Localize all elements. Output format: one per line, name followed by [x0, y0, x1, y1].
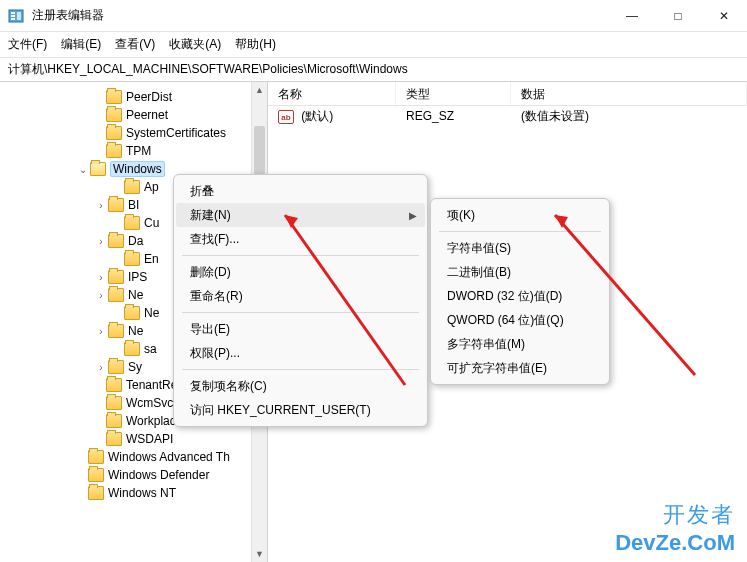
tree-item-label: WcmSvc — [126, 396, 173, 410]
cm-new-binary[interactable]: 二进制值(B) — [433, 260, 607, 284]
cm-new-qword[interactable]: QWORD (64 位)值(Q) — [433, 308, 607, 332]
maximize-button[interactable]: □ — [655, 0, 701, 32]
value-type: REG_SZ — [396, 109, 511, 123]
menu-help[interactable]: 帮助(H) — [235, 36, 276, 53]
col-header-type[interactable]: 类型 — [396, 82, 511, 105]
tree-item-label: TPM — [126, 144, 151, 158]
minimize-button[interactable]: — — [609, 0, 655, 32]
tree-item[interactable]: TPM — [0, 142, 267, 160]
svg-rect-3 — [11, 18, 15, 20]
tree-item-label: PeerDist — [126, 90, 172, 104]
cm-collapse[interactable]: 折叠 — [176, 179, 425, 203]
separator — [439, 231, 601, 232]
tree-item[interactable]: SystemCertificates — [0, 124, 267, 142]
titlebar: 注册表编辑器 — □ ✕ — [0, 0, 747, 32]
separator — [182, 369, 419, 370]
tree-item-label: IPS — [128, 270, 147, 284]
cm-permissions[interactable]: 权限(P)... — [176, 341, 425, 365]
menubar: 文件(F) 编辑(E) 查看(V) 收藏夹(A) 帮助(H) — [0, 32, 747, 58]
menu-view[interactable]: 查看(V) — [115, 36, 155, 53]
folder-icon — [108, 360, 124, 374]
folder-icon — [106, 108, 122, 122]
expand-icon[interactable]: › — [94, 290, 108, 301]
cm-rename[interactable]: 重命名(R) — [176, 284, 425, 308]
expand-icon[interactable]: › — [94, 200, 108, 211]
tree-item-label: WSDAPI — [126, 432, 173, 446]
cm-new-dword[interactable]: DWORD (32 位)值(D) — [433, 284, 607, 308]
address-bar[interactable]: 计算机\HKEY_LOCAL_MACHINE\SOFTWARE\Policies… — [0, 58, 747, 82]
values-header: 名称 类型 数据 — [268, 82, 747, 106]
folder-icon — [124, 306, 140, 320]
col-header-name[interactable]: 名称 — [268, 82, 396, 105]
string-value-icon: ab — [278, 110, 294, 124]
expand-icon[interactable]: › — [94, 362, 108, 373]
menu-edit[interactable]: 编辑(E) — [61, 36, 101, 53]
tree-item[interactable]: PeerDist — [0, 88, 267, 106]
cm-new-label: 新建(N) — [190, 207, 231, 224]
svg-rect-1 — [11, 12, 15, 14]
cm-new-multi-string[interactable]: 多字符串值(M) — [433, 332, 607, 356]
expand-icon[interactable]: › — [94, 236, 108, 247]
context-menu-new: 项(K) 字符串值(S) 二进制值(B) DWORD (32 位)值(D) QW… — [430, 198, 610, 385]
folder-icon — [88, 486, 104, 500]
svg-rect-4 — [17, 12, 21, 20]
tree-item-label: Ne — [128, 324, 143, 338]
cm-goto-hkcu[interactable]: 访问 HKEY_CURRENT_USER(T) — [176, 398, 425, 422]
tree-item-label: Sy — [128, 360, 142, 374]
cm-delete[interactable]: 删除(D) — [176, 260, 425, 284]
value-row[interactable]: ab (默认) REG_SZ (数值未设置) — [268, 106, 747, 126]
tree-item-label: Ap — [144, 180, 159, 194]
tree-item-label: Ne — [128, 288, 143, 302]
folder-icon — [124, 216, 140, 230]
cm-new-string[interactable]: 字符串值(S) — [433, 236, 607, 260]
cm-new[interactable]: 新建(N) ▶ — [176, 203, 425, 227]
tree-item[interactable]: Windows Defender — [0, 466, 267, 484]
folder-icon — [108, 270, 124, 284]
tree-item-label: Cu — [144, 216, 159, 230]
regedit-icon — [8, 8, 24, 24]
tree-item-label: Windows Advanced Th — [108, 450, 230, 464]
tree-item[interactable]: Windows NT — [0, 484, 267, 502]
context-menu-key: 折叠 新建(N) ▶ 查找(F)... 删除(D) 重命名(R) 导出(E) 权… — [173, 174, 428, 427]
tree-item-label: Peernet — [126, 108, 168, 122]
scroll-down-icon[interactable]: ▼ — [252, 546, 267, 562]
cm-new-expand-string[interactable]: 可扩充字符串值(E) — [433, 356, 607, 380]
cm-export[interactable]: 导出(E) — [176, 317, 425, 341]
separator — [182, 255, 419, 256]
cm-new-key[interactable]: 项(K) — [433, 203, 607, 227]
value-data: (数值未设置) — [511, 108, 747, 125]
tree-item-label: Windows Defender — [108, 468, 209, 482]
cm-find[interactable]: 查找(F)... — [176, 227, 425, 251]
tree-item[interactable]: Windows Advanced Th — [0, 448, 267, 466]
value-name: (默认) — [301, 109, 333, 123]
menu-file[interactable]: 文件(F) — [8, 36, 47, 53]
expand-icon[interactable]: › — [94, 272, 108, 283]
tree-item-label: Ne — [144, 306, 159, 320]
expand-icon[interactable]: › — [94, 326, 108, 337]
cm-copy-key-name[interactable]: 复制项名称(C) — [176, 374, 425, 398]
separator — [182, 312, 419, 313]
scroll-up-icon[interactable]: ▲ — [252, 82, 267, 98]
tree-item-label: En — [144, 252, 159, 266]
folder-open-icon — [90, 162, 106, 176]
collapse-icon[interactable]: ⌄ — [76, 164, 90, 175]
folder-icon — [108, 288, 124, 302]
col-header-data[interactable]: 数据 — [511, 82, 747, 105]
close-button[interactable]: ✕ — [701, 0, 747, 32]
folder-icon — [106, 90, 122, 104]
folder-icon — [106, 432, 122, 446]
folder-icon — [108, 234, 124, 248]
window-title: 注册表编辑器 — [32, 7, 609, 24]
svg-rect-2 — [11, 15, 15, 17]
folder-icon — [124, 252, 140, 266]
folder-icon — [106, 396, 122, 410]
tree-item[interactable]: Peernet — [0, 106, 267, 124]
tree-item-label: Da — [128, 234, 143, 248]
tree-item[interactable]: WSDAPI — [0, 430, 267, 448]
folder-icon — [124, 342, 140, 356]
folder-icon — [124, 180, 140, 194]
folder-icon — [108, 198, 124, 212]
tree-item-label: sa — [144, 342, 157, 356]
menu-favorites[interactable]: 收藏夹(A) — [169, 36, 221, 53]
folder-icon — [106, 378, 122, 392]
